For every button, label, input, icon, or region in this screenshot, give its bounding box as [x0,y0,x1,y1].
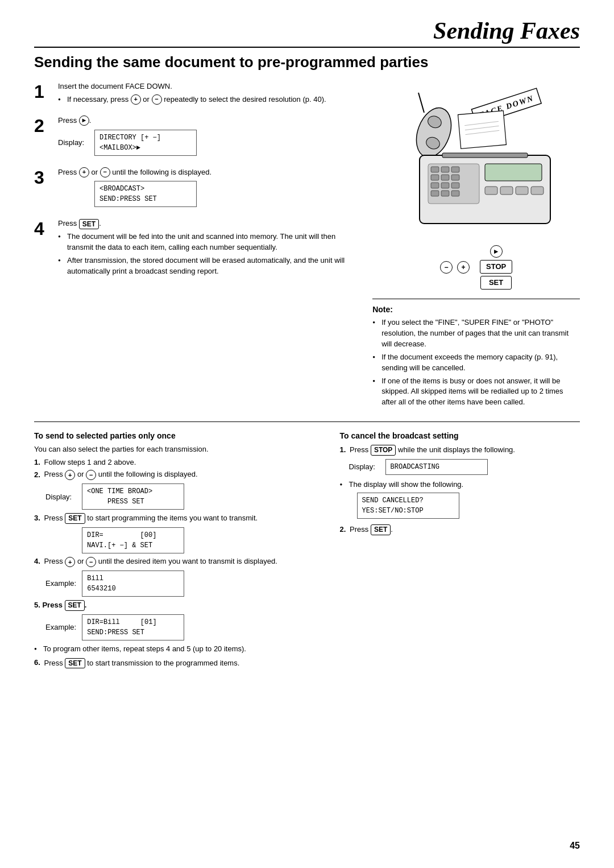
section-title: Sending the same document to pre-program… [34,53,580,71]
step-4-line: Press SET. [58,218,355,229]
display-label-bl2: Display: [45,493,76,501]
br-step2: 2. Press SET. [340,524,580,535]
br-bullet1: The display will show the following. [340,480,580,490]
plus-button: + [457,261,470,274]
minus-key-bl4: − [86,557,96,567]
svg-rect-25 [500,187,513,195]
bl-step2-display: Display: <ONE TIME BROAD> PRESS SET [45,483,323,510]
set-key-bl5: SET [65,600,85,611]
br-step1: 1. Press STOP while the unit displays th… [340,445,580,456]
minus-key: − [152,94,162,105]
step-4-content: Press SET. The document will be fed into… [58,218,355,279]
page: Sending Faxes Sending the same document … [0,0,614,868]
bottom-left-section: To send to selected parties only once Yo… [34,431,323,668]
display-box-bl2: <ONE TIME BROAD> PRESS SET [82,483,184,510]
step-2-display: Display: DIRECTORY [+ −]<MAILBOX>► [58,130,355,156]
svg-rect-22 [451,191,459,196]
set-key-bl6: SET [65,658,85,669]
bottom-left-title: To send to selected parties only once [34,431,323,440]
step-2-content: Press ►. Display: DIRECTORY [+ −]<MAILBO… [58,115,355,159]
bottom-right-section: To cancel the broadcast setting 1. Press… [340,431,580,668]
plus-key-3: + [79,167,89,177]
svg-rect-16 [451,175,459,180]
step-3-display: <BROADCAST>SEND:PRESS SET [58,181,355,207]
display-label-bl5: Example: [45,623,76,631]
step-1-content: Insert the document FACE DOWN. If necess… [58,81,355,108]
step-4: 4 Press SET. The document will be fed in… [34,218,355,279]
header: Sending Faxes [34,17,580,48]
display-label-bl4: Example: [45,579,76,588]
display-label-2: Display: [58,138,89,147]
bl-step6: 6. Press SET to start transmission to th… [34,658,323,669]
minus-key-bl2: − [86,470,96,480]
step-1: 1 Insert the document FACE DOWN. If nece… [34,81,355,108]
display-box-bl5: DIR=Bill [01]SEND:PRESS SET [82,614,184,640]
svg-rect-27 [531,187,544,195]
note-bullets: If you select the "FINE", "SUPER FINE" o… [372,317,580,408]
stop-key-br1: STOP [371,445,396,456]
set-key-br2: SET [371,524,391,535]
bl-step5-display: Example: DIR=Bill [01]SEND:PRESS SET [45,614,323,640]
step-1-bullet1: If necessary, press + or − repeatedly to… [58,94,355,105]
br-step1-display: Display: BROADCASTING [349,459,580,475]
play-button: ► [490,245,503,258]
step-2: 2 Press ►. Display: DIRECTORY [+ −]<MAIL… [34,115,355,159]
step-3: 3 Press + or − until the following is di… [34,167,355,211]
bl-step5-label: 5. Press SET. [34,600,323,611]
br-bullet-display: SEND CANCELLED?YES:SET/NO:STOP [357,493,580,519]
svg-rect-20 [431,191,439,196]
bl-step3-display: DIR= [00]NAVI.[+ −] & SET [45,527,323,553]
note-section: Note: If you select the "FINE", "SUPER F… [372,299,580,410]
svg-rect-28 [442,153,528,158]
step-4-bullet1: The document will be fed into the unit a… [58,232,355,253]
play-key: ► [79,115,89,126]
bl-bullet1: To program other items, repeat steps 4 a… [34,644,323,655]
svg-rect-24 [485,187,497,195]
bottom-right-title: To cancel the broadcast setting [340,431,580,440]
section-divider [34,421,580,422]
step-4-number: 4 [34,220,52,279]
display-label-br1: Display: [349,462,380,471]
plus-key: + [131,94,141,105]
step-3-line: Press + or − until the following is disp… [58,167,355,178]
left-column: 1 Insert the document FACE DOWN. If nece… [34,81,355,410]
br-bullets: The display will show the following. [340,480,580,490]
bl-step4: 4. Press + or − until the desired item y… [34,557,323,567]
plus-key-bl4: + [65,557,75,567]
display-box-bl4: Bill6543210 [82,571,184,597]
svg-rect-18 [441,183,449,188]
svg-rect-2 [458,111,506,149]
page-title: Sending Faxes [433,18,580,44]
svg-rect-23 [485,164,542,181]
bottom-left-intro: You can also select the parties for each… [34,445,323,453]
main-content: 1 Insert the document FACE DOWN. If nece… [34,81,580,410]
right-column: FACE DOWN [372,81,580,410]
plus-key-bl2: + [65,470,75,480]
step-4-bullet2: After transmission, the stored document … [58,255,355,277]
note-bullet-1: If you select the "FINE", "SUPER FINE" o… [372,317,580,350]
step-1-bullets: If necessary, press + or − repeatedly to… [58,94,355,105]
display-box-2: DIRECTORY [+ −]<MAILBOX>► [94,130,197,156]
step-1-line1: Insert the document FACE DOWN. [58,81,355,92]
display-box-br-bullet: SEND CANCELLED?YES:SET/NO:STOP [357,493,459,519]
svg-rect-15 [441,175,449,180]
bl-step2: 2. Press + or − until the following is d… [34,470,323,480]
display-box-3: <BROADCAST>SEND:PRESS SET [94,181,197,207]
note-bullet-3: If one of the items is busy or does not … [372,376,580,408]
bottom-content: To send to selected parties only once Yo… [34,431,580,668]
display-box-bl3: DIR= [00]NAVI.[+ −] & SET [82,527,184,553]
bl-step5-bullets: To program other items, repeat steps 4 a… [34,644,323,655]
step-3-content: Press + or − until the following is disp… [58,167,355,211]
svg-rect-14 [431,175,439,180]
svg-line-29 [418,93,424,113]
step-2-number: 2 [34,117,52,159]
step-2-line: Press ►. [58,115,355,126]
stop-button: STOP [480,260,512,274]
display-box-br1: BROADCASTING [385,459,488,475]
svg-rect-17 [431,183,439,188]
page-number: 45 [570,841,580,851]
svg-rect-13 [451,167,459,172]
fax-illustration: FACE DOWN [385,81,567,241]
button-row: − + ► STOP SET [385,245,567,290]
svg-rect-19 [451,183,459,188]
